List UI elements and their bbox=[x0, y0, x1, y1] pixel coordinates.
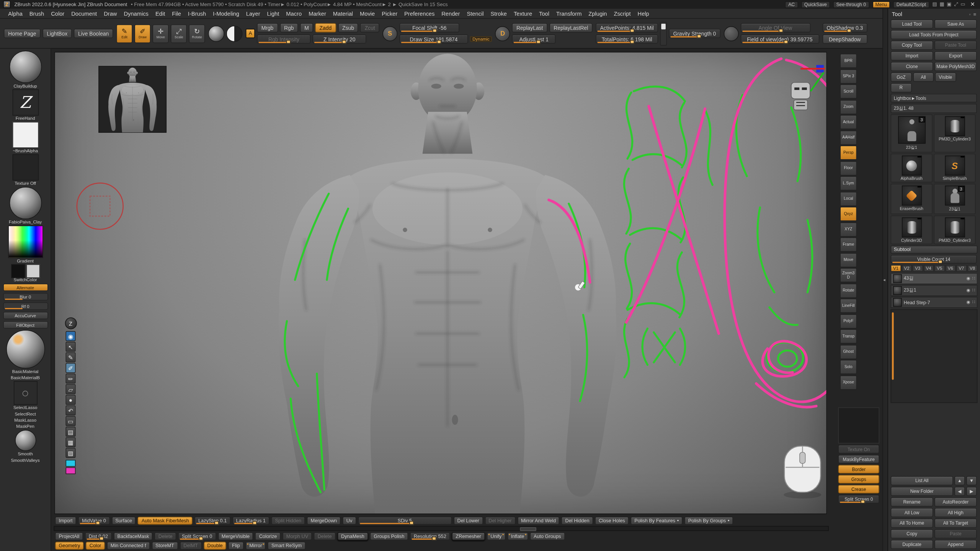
tool-panel-bottom-button[interactable]: All Low bbox=[891, 508, 933, 517]
bottom-bar-button[interactable]: Polish By Groups bbox=[684, 516, 733, 524]
menu-item[interactable]: Texture bbox=[511, 10, 536, 17]
subtool-list-area[interactable] bbox=[891, 309, 978, 403]
shelf-nav-button[interactable]: Live Boolean bbox=[74, 29, 113, 38]
draw-mode-icon[interactable]: ✐ Draw bbox=[134, 24, 150, 43]
angle-of-view-slider[interactable]: Angle Of View bbox=[740, 23, 810, 32]
lightbox-tools-bar[interactable]: Lightbox►Tools bbox=[891, 94, 977, 103]
tray-thumbnail[interactable] bbox=[8, 225, 42, 258]
eye-tool-icon[interactable]: ◉ bbox=[65, 331, 75, 341]
menu-item[interactable]: Stroke bbox=[487, 10, 510, 17]
right-shelf-button[interactable]: XYZ bbox=[840, 222, 857, 236]
tool-slot[interactable]: AlphaBrush bbox=[891, 154, 933, 183]
bottom-bar-button[interactable]: Geometry bbox=[55, 542, 84, 550]
bottom-bar-button[interactable]: Uv bbox=[343, 516, 356, 524]
tool-panel-button[interactable]: GoZ bbox=[891, 72, 912, 82]
tool-thumbnail[interactable]: 3 bbox=[898, 116, 925, 144]
right-shelf-button[interactable]: Move bbox=[840, 253, 857, 267]
gravity-strength-slider[interactable]: Gravity Strength 0 bbox=[669, 29, 720, 38]
replay-icon[interactable]: D bbox=[495, 26, 510, 41]
close-icon[interactable]: ✕ bbox=[969, 1, 977, 7]
paint-mode-button[interactable]: Zcut bbox=[360, 23, 379, 32]
tool-panel-bottom-button[interactable]: Rename bbox=[891, 497, 933, 507]
paint-mode-button[interactable]: Zadd bbox=[315, 23, 336, 32]
panel-header-icon[interactable]: ≡ bbox=[973, 11, 977, 17]
cursor-tool-icon[interactable]: ↖ bbox=[65, 342, 75, 352]
material-basicmaterial[interactable]: BasicMaterial bbox=[2, 330, 49, 373]
brush-smoothvalleys[interactable]: SmoothValleys bbox=[2, 457, 49, 462]
gradient-preview-icon[interactable] bbox=[226, 25, 242, 41]
right-shelf-button[interactable]: Persp bbox=[840, 145, 857, 160]
menu-item[interactable]: Help bbox=[634, 10, 652, 17]
drag-grip-icon[interactable]: ∷ bbox=[972, 300, 975, 305]
edit-mode-icon[interactable]: ✎ Edit bbox=[116, 24, 132, 43]
scroll-handle[interactable] bbox=[520, 527, 536, 531]
menu-item[interactable]: Material bbox=[330, 10, 356, 17]
menu-item[interactable]: Draw bbox=[101, 10, 120, 17]
sculptris-icon[interactable]: S bbox=[382, 26, 397, 41]
right-shelf-button[interactable]: PolyF bbox=[840, 314, 857, 328]
bottom-bar-button[interactable]: Auto Groups bbox=[530, 532, 565, 540]
bottom-bar-button[interactable]: Resolution 552 bbox=[410, 532, 450, 540]
menu-item[interactable]: I-Modeling bbox=[210, 10, 242, 17]
bottom-bar-button[interactable]: Smart ReSym bbox=[268, 542, 305, 550]
bottom-bar-button[interactable]: LazyRadius 1 bbox=[232, 516, 270, 524]
bottom-bar-button[interactable]: Groups Polish bbox=[370, 532, 408, 540]
draw-size-slider[interactable]: Draw Size 191.5874 bbox=[399, 34, 468, 44]
right-column-button[interactable]: Groups bbox=[838, 475, 879, 484]
rf-slider[interactable]: Rf 0 bbox=[2, 302, 49, 310]
bottom-bar-button[interactable]: ProjectAll bbox=[55, 532, 83, 540]
color-picker[interactable]: Gradient bbox=[2, 225, 49, 263]
rgb-intensity-slider[interactable]: Rgb Intensity bbox=[257, 34, 310, 44]
fillobject-button[interactable]: FillObject bbox=[3, 321, 47, 329]
dynamic-toggle[interactable]: Dynamic bbox=[470, 36, 492, 42]
tool-slot[interactable]: Cylinder3D bbox=[891, 215, 933, 244]
tool-panel-button[interactable]: Import bbox=[891, 51, 933, 60]
right-shelf-button[interactable]: Zoom3D bbox=[840, 268, 857, 282]
subtool-version-tab[interactable]: V7 bbox=[956, 265, 967, 272]
tray-thumbnail[interactable] bbox=[12, 122, 39, 148]
menu-item[interactable]: Layer bbox=[243, 10, 263, 17]
tool-slot[interactable]: S SimpleBrush bbox=[934, 154, 975, 183]
menu-item[interactable]: Picker bbox=[379, 10, 400, 17]
tool-slot[interactable]: EraserBrush bbox=[891, 184, 933, 214]
canvas-scroll-strip[interactable] bbox=[54, 526, 828, 531]
tool-panel-button[interactable]: Load Tools From Project bbox=[891, 30, 977, 39]
bottom-bar-button[interactable]: MidValue 0 bbox=[78, 516, 109, 524]
subtool-version-tab[interactable]: V4 bbox=[923, 265, 934, 272]
bottom-bar-button[interactable]: Delete bbox=[314, 532, 335, 540]
tool-slot[interactable]: PM3D_Cylinder3 bbox=[934, 114, 975, 153]
tool-panel-bottom-button[interactable]: Copy bbox=[891, 529, 933, 538]
paint-mode-button[interactable]: M bbox=[300, 23, 313, 32]
menu-item[interactable]: Marker bbox=[305, 10, 329, 17]
paint-mode-button[interactable]: Mrgb bbox=[257, 23, 278, 32]
scale-mode-icon[interactable]: ⤢ Scale bbox=[171, 24, 187, 43]
visibility-eye-icon[interactable]: ◉ bbox=[967, 300, 970, 305]
bottom-bar-button[interactable]: Color bbox=[86, 542, 105, 550]
subtool-version-tab[interactable]: V8 bbox=[967, 265, 978, 272]
alternate-button[interactable]: Alternate bbox=[3, 283, 47, 291]
right-shelf-button[interactable]: Frame bbox=[840, 237, 857, 252]
window-control-icon[interactable]: ▤ bbox=[933, 1, 937, 7]
replay-last-button[interactable]: ReplayLast bbox=[512, 23, 547, 32]
menu-item[interactable]: I-Brush bbox=[185, 10, 209, 17]
right-shelf-button[interactable]: Zoom bbox=[840, 99, 857, 114]
tool-panel-button[interactable]: Make PolyMesh3D bbox=[934, 62, 977, 71]
right-shelf-button[interactable]: Rotate bbox=[840, 283, 857, 298]
swatch-magenta[interactable] bbox=[65, 467, 75, 474]
default-zscript-button[interactable]: DefaultZScript bbox=[893, 1, 929, 8]
bottom-bar-button[interactable]: Close Holes bbox=[595, 516, 629, 524]
menu-item[interactable]: Stencil bbox=[464, 10, 487, 17]
see-through-slider[interactable]: See-through 0 bbox=[833, 1, 869, 8]
tool-panel-button[interactable]: Visible bbox=[935, 72, 956, 82]
tool-panel-bottom-button[interactable]: Duplicate bbox=[891, 540, 933, 549]
bottom-bar-button[interactable]: Delete bbox=[155, 532, 176, 540]
swatch-cyan[interactable] bbox=[65, 460, 75, 467]
brush-smooth[interactable]: Smooth bbox=[2, 430, 49, 456]
switch-color[interactable]: SwitchColor bbox=[2, 264, 49, 282]
right-shelf-button[interactable]: Actual bbox=[840, 115, 857, 129]
right-shelf-button[interactable]: Scroll bbox=[840, 84, 857, 99]
right-shelf-button[interactable]: Solo bbox=[840, 360, 857, 374]
subtool-version-tab[interactable]: V2 bbox=[902, 265, 912, 272]
tool-thumbnail[interactable] bbox=[945, 116, 965, 136]
alpha-swatch[interactable]: A bbox=[246, 29, 255, 38]
